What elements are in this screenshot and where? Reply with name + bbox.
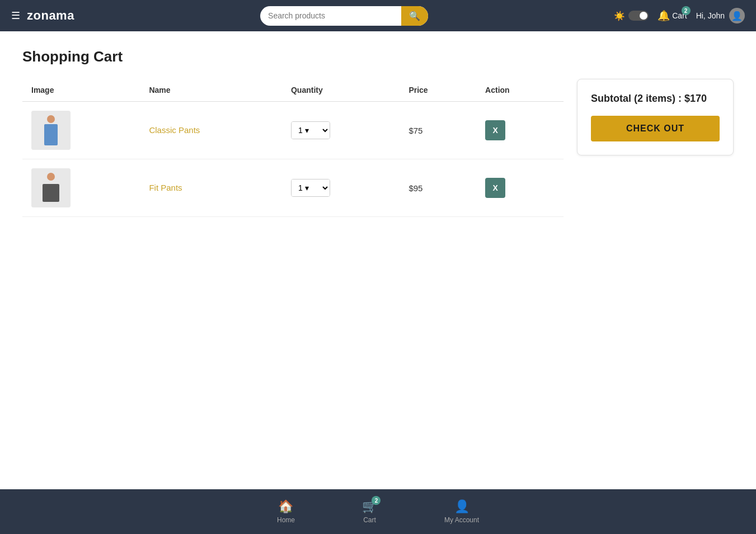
user-greeting: Hi, John: [696, 11, 725, 20]
cart-badge: 2: [682, 6, 691, 15]
footer-home-label: Home: [277, 516, 295, 524]
cart-table: Image Name Quantity Price Action: [22, 79, 564, 217]
avatar: 👤: [729, 8, 745, 23]
footer-cart-label: Cart: [363, 516, 376, 524]
search-button[interactable]: 🔍: [401, 6, 428, 26]
subtotal-text: Subtotal (2 items) : $170: [591, 93, 720, 105]
col-name: Name: [140, 79, 282, 102]
action-cell: X: [476, 102, 564, 159]
table-row: Classic Pants 1 ▾ 2 ▾ 3 ▾ $75: [22, 102, 564, 159]
account-footer-icon: 👤: [454, 499, 469, 514]
col-quantity: Quantity: [282, 79, 400, 102]
cart-table-container: Image Name Quantity Price Action: [22, 79, 564, 217]
product-image-cell: [22, 102, 140, 159]
theme-toggle[interactable]: ☀️: [614, 11, 649, 21]
footer-cart-badge: 2: [372, 496, 381, 505]
footer-nav: 🏠 Home 🛒 2 Cart 👤 My Account: [243, 495, 513, 528]
home-icon: 🏠: [278, 499, 293, 514]
cart-icon: 🔔: [658, 10, 670, 22]
hamburger-icon[interactable]: ☰: [11, 10, 20, 22]
theme-switch[interactable]: [628, 11, 649, 21]
quantity-select[interactable]: 1 ▾ 2 ▾ 3 ▾: [292, 122, 330, 139]
footer-item-cart[interactable]: 🛒 2 Cart: [328, 495, 411, 528]
action-cell: X: [476, 159, 564, 217]
sun-icon: ☀️: [614, 11, 625, 21]
search-container: 🔍: [260, 6, 428, 26]
quantity-wrapper: 1 ▾ 2 ▾ 3 ▾: [291, 121, 330, 139]
remove-button[interactable]: X: [485, 120, 505, 140]
main-content: Shopping Cart Image Name Quantity Price …: [0, 31, 756, 489]
col-action: Action: [476, 79, 564, 102]
user-section[interactable]: Hi, John 👤: [696, 8, 745, 23]
cart-summary: Subtotal (2 items) : $170 CHECK OUT: [577, 79, 734, 155]
table-row: Fit Pants 1 ▾ 2 ▾ 3 ▾ $95: [22, 159, 564, 217]
price-cell: $75: [400, 102, 476, 159]
page-title: Shopping Cart: [22, 48, 734, 65]
classic-pants-image: [31, 111, 71, 150]
cart-link[interactable]: 🔔 2 Cart: [658, 10, 687, 22]
logo: zonama: [27, 8, 74, 23]
product-image: [31, 168, 71, 207]
toggle-knob: [640, 12, 647, 20]
col-image: Image: [22, 79, 140, 102]
header-left: ☰ zonama: [11, 8, 74, 23]
product-image: [31, 111, 71, 150]
cart-layout: Image Name Quantity Price Action: [22, 79, 734, 217]
footer-item-account[interactable]: 👤 My Account: [411, 495, 513, 528]
footer-item-home[interactable]: 🏠 Home: [243, 495, 328, 528]
header: ☰ zonama 🔍 ☀️ 🔔 2 Cart Hi, John 👤: [0, 0, 756, 31]
fit-pants-image: [31, 168, 71, 207]
price-cell: $95: [400, 159, 476, 217]
product-image-cell: [22, 159, 140, 217]
quantity-cell: 1 ▾ 2 ▾ 3 ▾: [282, 102, 400, 159]
checkout-button[interactable]: CHECK OUT: [591, 116, 720, 141]
quantity-wrapper: 1 ▾ 2 ▾ 3 ▾: [291, 179, 330, 197]
quantity-cell: 1 ▾ 2 ▾ 3 ▾: [282, 159, 400, 217]
search-icon: 🔍: [409, 11, 420, 21]
product-name-link[interactable]: Fit Pants: [149, 183, 182, 192]
product-name-cell: Classic Pants: [140, 102, 282, 159]
product-name-cell: Fit Pants: [140, 159, 282, 217]
col-price: Price: [400, 79, 476, 102]
product-name-link[interactable]: Classic Pants: [149, 125, 200, 135]
quantity-select[interactable]: 1 ▾ 2 ▾ 3 ▾: [292, 179, 330, 196]
header-center: 🔍: [74, 6, 614, 26]
footer-account-label: My Account: [444, 516, 479, 524]
header-right: ☀️ 🔔 2 Cart Hi, John 👤: [614, 8, 745, 23]
footer: 🏠 Home 🛒 2 Cart 👤 My Account: [0, 489, 756, 534]
remove-button[interactable]: X: [485, 178, 505, 198]
search-input[interactable]: [260, 7, 401, 25]
